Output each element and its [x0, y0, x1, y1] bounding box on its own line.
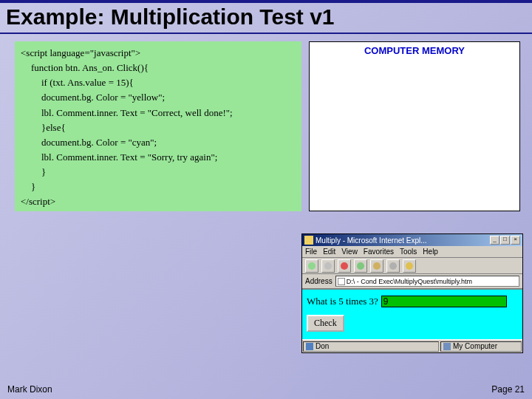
search-button[interactable] — [386, 259, 400, 273]
address-bar: Address D:\ - Cond Exec\MultiplyQuest\mu… — [302, 274, 522, 289]
answer-value: 9 — [383, 296, 389, 307]
code-line: if (txt. Ans.value = 15){ — [41, 75, 296, 90]
menu-view[interactable]: View — [341, 248, 358, 256]
slide-page: Page 21 — [491, 384, 525, 395]
answer-input[interactable]: 9 — [381, 296, 507, 307]
back-button[interactable] — [305, 259, 318, 273]
browser-menubar: File Edit View Favorites Tools Help — [302, 246, 522, 258]
menu-favorites[interactable]: Favorites — [364, 248, 394, 256]
back-icon — [308, 262, 316, 270]
slide-title: Example: Multiplication Test v1 — [6, 4, 526, 30]
computer-icon — [443, 343, 451, 350]
browser-statusbar: Don My Computer — [302, 339, 522, 352]
question-text: What is 5 times 3? — [307, 296, 378, 307]
menu-tools[interactable]: Tools — [400, 248, 417, 256]
code-line: lbl. Comment.inner. Text = "Sorry, try a… — [41, 150, 296, 165]
minimize-button[interactable]: _ — [490, 236, 499, 245]
forward-button[interactable] — [321, 259, 335, 273]
close-button[interactable]: × — [511, 236, 520, 245]
memory-title: COMPUTER MEMORY — [310, 42, 519, 59]
code-line: } — [41, 165, 296, 180]
slide-footer: Mark Dixon Page 21 — [0, 384, 532, 395]
address-value: D:\ - Cond Exec\MultiplyQuest\multiply.h… — [347, 278, 472, 285]
address-label: Address — [305, 277, 332, 285]
star-icon — [406, 262, 413, 270]
slide-title-bar: Example: Multiplication Test v1 — [0, 0, 532, 34]
code-line: <script language="javascript"> — [21, 46, 296, 61]
status-left: Don — [303, 341, 439, 352]
forward-icon — [324, 262, 332, 270]
code-line: document.bg. Color = "yellow"; — [41, 90, 296, 105]
slide-author: Mark Dixon — [7, 384, 52, 395]
menu-file[interactable]: File — [305, 248, 317, 256]
home-button[interactable] — [370, 259, 383, 273]
ie-icon — [304, 236, 313, 245]
address-input[interactable]: D:\ - Cond Exec\MultiplyQuest\multiply.h… — [335, 276, 519, 287]
status-right-text: My Computer — [453, 342, 497, 350]
code-line: } — [31, 180, 296, 194]
browser-titlebar[interactable]: Multiply - Microsoft Internet Expl... _ … — [302, 234, 522, 246]
browser-window-title: Multiply - Microsoft Internet Expl... — [316, 236, 489, 245]
status-right: My Computer — [440, 341, 522, 352]
page-icon — [338, 278, 345, 285]
maximize-button[interactable]: □ — [500, 236, 510, 245]
check-button[interactable]: Check — [307, 315, 344, 332]
code-line: function btn. Ans_on. Click(){ — [31, 61, 296, 75]
code-line: </script> — [21, 194, 296, 209]
menu-edit[interactable]: Edit — [323, 248, 335, 256]
globe-icon — [306, 343, 313, 350]
browser-window: Multiply - Microsoft Internet Expl... _ … — [301, 233, 523, 353]
code-line: lbl. Comment.inner. Text = "Correct, wel… — [41, 106, 296, 120]
refresh-button[interactable] — [354, 259, 367, 273]
stop-icon — [341, 262, 348, 270]
code-line: }else{ — [41, 120, 296, 135]
stop-button[interactable] — [338, 259, 351, 273]
menu-help[interactable]: Help — [423, 248, 438, 256]
question-row: What is 5 times 3? 9 — [307, 296, 518, 307]
memory-panel: COMPUTER MEMORY — [309, 41, 520, 211]
refresh-icon — [357, 262, 364, 270]
page-content: What is 5 times 3? 9 Check — [302, 289, 522, 339]
home-icon — [373, 262, 381, 270]
code-block: <script language="javascript"> function … — [15, 41, 301, 211]
search-icon — [389, 262, 397, 270]
status-left-text: Don — [316, 342, 329, 350]
browser-toolbar — [302, 258, 522, 274]
favorites-button[interactable] — [403, 259, 416, 273]
code-line: document.bg. Color = "cyan"; — [41, 135, 296, 150]
